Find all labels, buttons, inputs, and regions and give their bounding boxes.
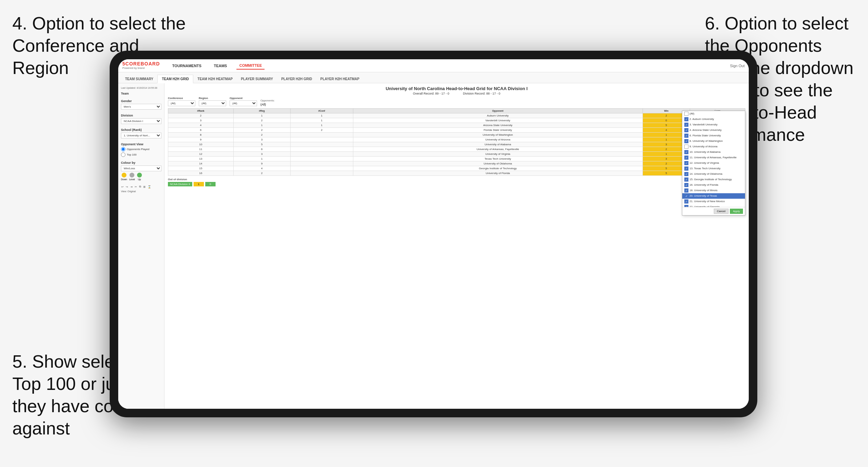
toolbar-copy[interactable]: ⧉ bbox=[139, 185, 142, 189]
nav-committee[interactable]: COMMITTEE bbox=[236, 62, 265, 70]
dropdown-item-label: 21. University of New Mexico bbox=[689, 200, 725, 203]
radio-top-100-input[interactable] bbox=[121, 152, 125, 157]
colour-by-section: Colour by Win/Loss Down Level bbox=[121, 161, 161, 181]
dropdown-item-label: 14. University of Oklahoma bbox=[689, 172, 722, 175]
dropdown-item[interactable]: ✓11. University of Arkansas, Fayettevill… bbox=[682, 155, 745, 160]
col-opponent: Opponent bbox=[353, 109, 643, 113]
filter-opponents-label-group: Opponents: (All) bbox=[260, 99, 274, 106]
apply-button[interactable]: Apply bbox=[730, 209, 743, 214]
gender-select[interactable]: Men's bbox=[121, 104, 161, 110]
opponent-dropdown-panel[interactable]: (All)✓2. Auburn University✓3. Vanderbilt… bbox=[682, 111, 745, 216]
dropdown-item[interactable]: ✓14. University of Oklahoma bbox=[682, 171, 745, 177]
opponent-view-section: Opponent View Opponents Played Top 100 bbox=[121, 143, 161, 157]
tab-player-h2h-grid[interactable]: PLAYER H2H GRID bbox=[277, 75, 316, 83]
dropdown-item[interactable]: ✓20. University of Texas bbox=[682, 193, 745, 199]
cell-reg: 5 bbox=[233, 142, 290, 147]
dropdown-item[interactable]: ✓12. University of Virginia bbox=[682, 160, 745, 166]
dropdown-item-label: 3. Vanderbilt University bbox=[689, 123, 718, 126]
legend-level: Level bbox=[129, 173, 135, 181]
region-select[interactable]: (All) bbox=[199, 100, 226, 106]
legend-down-label: Down bbox=[121, 178, 127, 181]
cell-conf bbox=[290, 171, 353, 176]
tablet: 5COREBOARD Powered by brand TOURNAMENTS … bbox=[110, 51, 757, 417]
toolbar-grid[interactable]: ⊞ bbox=[143, 185, 146, 189]
cell-opponent: University of Alabama bbox=[353, 142, 643, 147]
dropdown-item[interactable]: ✓13. Texas Tech University bbox=[682, 166, 745, 171]
dropdown-check-icon: ✓ bbox=[684, 188, 688, 193]
toolbar-cut[interactable]: ✂ bbox=[134, 185, 137, 189]
toolbar-tab[interactable]: ⇥ bbox=[130, 185, 133, 189]
dropdown-item[interactable]: 9. University of Arizona bbox=[682, 144, 745, 149]
tab-team-h2h-heatmap[interactable]: TEAM H2H HEATMAP bbox=[193, 75, 237, 83]
dropdown-item-label: 20. University of Texas bbox=[689, 194, 717, 197]
cell-reg: 9 bbox=[233, 161, 290, 166]
radio-opponents-played-input[interactable] bbox=[121, 147, 125, 151]
division-select[interactable]: NCAA Division I bbox=[121, 118, 161, 124]
dropdown-check-icon: ✓ bbox=[684, 167, 688, 171]
conference-select[interactable]: (All) bbox=[168, 100, 195, 106]
nav-teams[interactable]: TEAMS bbox=[211, 62, 230, 69]
dropdown-check-icon: ✓ bbox=[684, 128, 688, 132]
dropdown-check-icon: ✓ bbox=[684, 117, 688, 121]
radio-opponents-played-label: Opponents Played bbox=[127, 148, 149, 151]
legend-up-dot bbox=[137, 173, 142, 177]
tab-player-h2h-heatmap[interactable]: PLAYER H2H HEATMAP bbox=[316, 75, 364, 83]
dropdown-item-label: 6. Florida State University bbox=[689, 134, 721, 137]
col-conf: #Conf bbox=[290, 109, 353, 113]
tab-team-h2h-grid[interactable]: TEAM H2H GRID bbox=[157, 75, 193, 83]
ncaa-loss: 0 bbox=[205, 182, 216, 186]
cell-opponent: Auburn University bbox=[353, 113, 643, 118]
legend-up: Up bbox=[137, 173, 142, 181]
radio-opponents-played[interactable]: Opponents Played bbox=[121, 147, 161, 151]
cell-conf: 1 bbox=[290, 118, 353, 123]
tab-player-summary[interactable]: PLAYER SUMMARY bbox=[237, 75, 277, 83]
dropdown-item[interactable]: ✓3. Vanderbilt University bbox=[682, 122, 745, 127]
division-label: Division bbox=[121, 114, 161, 117]
table-row: 11 6 University of Arkansas, Fayettevill… bbox=[168, 147, 745, 152]
cell-opponent: University of Arizona bbox=[353, 137, 643, 142]
dropdown-item[interactable]: ✓10. University of Alabama bbox=[682, 149, 745, 155]
dropdown-item[interactable]: ✓16. University of Florida bbox=[682, 182, 745, 188]
cell-rank: 8 bbox=[168, 133, 234, 137]
dropdown-item[interactable]: ✓21. University of New Mexico bbox=[682, 199, 745, 204]
logo: 5COREBOARD Powered by brand bbox=[122, 61, 160, 70]
colour-by-select[interactable]: Win/Loss bbox=[121, 165, 161, 171]
overall-record: Overall Record: 89 - 17 - 0 bbox=[413, 92, 449, 95]
sign-out[interactable]: Sign Out bbox=[730, 64, 745, 68]
dropdown-item[interactable]: ✓18. University of Illinois bbox=[682, 188, 745, 193]
cell-conf bbox=[290, 147, 353, 152]
app-container: 5COREBOARD Powered by brand TOURNAMENTS … bbox=[118, 59, 749, 409]
dropdown-item[interactable]: ✓15. Georgia Institute of Technology bbox=[682, 177, 745, 182]
dropdown-item[interactable]: ✓8. University of Washington bbox=[682, 138, 745, 144]
dropdown-item[interactable]: ✓4. Arizona State University bbox=[682, 127, 745, 133]
dropdown-item[interactable]: ✓22. University of Georgia bbox=[682, 204, 745, 207]
toolbar-timer[interactable]: ⌛ bbox=[147, 185, 151, 189]
cell-reg: 2 bbox=[233, 133, 290, 137]
dropdown-scroll[interactable]: (All)✓2. Auburn University✓3. Vanderbilt… bbox=[682, 111, 745, 207]
tab-team-summary[interactable]: TEAM SUMMARY bbox=[121, 75, 157, 83]
cell-rank: 13 bbox=[168, 157, 234, 161]
dropdown-item[interactable]: ✓6. Florida State University bbox=[682, 133, 745, 138]
cell-rank: 4 bbox=[168, 123, 234, 128]
dropdown-buttons: Cancel Apply bbox=[682, 207, 745, 215]
dropdown-item-label: (All) bbox=[689, 112, 694, 115]
dropdown-item-label: 8. University of Washington bbox=[689, 139, 723, 143]
school-select[interactable]: 1. University of Nort... bbox=[121, 133, 161, 138]
dropdown-item-label: 13. Texas Tech University bbox=[689, 167, 720, 170]
toolbar-redo[interactable]: ↪ bbox=[125, 185, 129, 189]
cell-rank: 14 bbox=[168, 161, 234, 166]
legend-down-dot bbox=[122, 173, 126, 177]
cancel-button[interactable]: Cancel bbox=[714, 209, 729, 214]
cell-opponent: Texas Tech University bbox=[353, 157, 643, 161]
grid-area: University of North Carolina Head-to-Hea… bbox=[164, 83, 749, 409]
table-row: 4 1 1 Arizona State University 5 1 bbox=[168, 123, 745, 128]
opponent-select[interactable]: (All) bbox=[230, 100, 257, 106]
nav-tournaments[interactable]: TOURNAMENTS bbox=[170, 62, 204, 69]
table-row: 9 3 University of Arizona 1 0 bbox=[168, 137, 745, 142]
radio-top-100[interactable]: Top 100 bbox=[121, 152, 161, 157]
dropdown-item[interactable]: ✓2. Auburn University bbox=[682, 116, 745, 122]
toolbar-undo[interactable]: ↩ bbox=[121, 185, 124, 189]
cell-reg: 2 bbox=[233, 171, 290, 176]
cell-opponent: Florida State University bbox=[353, 128, 643, 133]
dropdown-item[interactable]: (All) bbox=[682, 111, 745, 116]
